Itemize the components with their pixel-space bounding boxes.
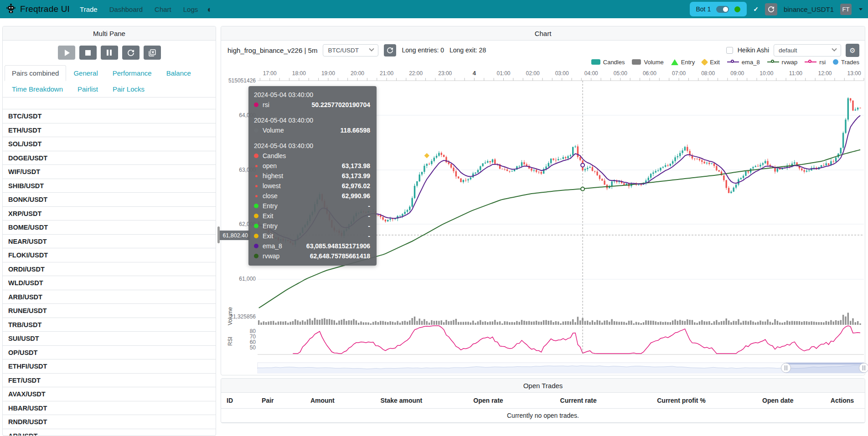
pair-list-item[interactable]: SOL/USDT (3, 137, 216, 151)
stop-button[interactable] (79, 46, 97, 60)
tooltip-series-value: 63,173.98 (342, 161, 370, 171)
pair-list-item[interactable]: FET/USDT (3, 373, 216, 387)
legend-label: Candles (603, 59, 625, 66)
play-button[interactable] (58, 46, 75, 60)
pair-list-item[interactable]: WIF/USDT (3, 164, 216, 179)
pair-list-item[interactable]: NEAR/USDT (3, 234, 216, 248)
tooltip-row: rsi50.22577020190704 (254, 100, 370, 110)
svg-text:50: 50 (250, 344, 256, 351)
reload-button[interactable] (122, 46, 140, 60)
tab-pair-locks[interactable]: Pair Locks (105, 81, 152, 97)
tab-performance[interactable]: Performance (105, 65, 159, 81)
tooltip-series-label: Entry (263, 201, 278, 211)
tooltip-series-label: Exit (263, 211, 273, 221)
svg-text:09:00: 09:00 (730, 70, 744, 77)
pair-list-item[interactable]: FLOKI/USDT (3, 248, 216, 262)
pair-list-item[interactable]: BONK/USDT (3, 192, 216, 206)
caret-down-icon[interactable] (859, 8, 863, 10)
legend-item-candles[interactable]: Candles (591, 59, 625, 66)
user-avatar[interactable]: FT (840, 4, 852, 15)
heikin-ashi-checkbox[interactable] (726, 47, 733, 54)
datazoom-handle[interactable] (781, 363, 791, 373)
pair-list-item[interactable]: RNDR/USDT (3, 415, 216, 429)
column-header-open-date: Open date (736, 397, 820, 404)
nav-link-dashboard[interactable]: Dashboard (109, 5, 143, 13)
nav-link-chart[interactable]: Chart (155, 5, 171, 13)
tooltip-row: Entry- (254, 221, 370, 231)
pause-icon (107, 50, 112, 56)
bot-name: binance_USDT1 (784, 5, 834, 13)
pair-list-item[interactable]: HBAR/USDT (3, 401, 216, 415)
bot-selector[interactable]: Bot 1 (690, 2, 747, 16)
pair-list-item[interactable]: DOGE/USDT (3, 151, 216, 165)
pair-list-item[interactable]: ORDI/USDT (3, 262, 216, 276)
chart-panel: Chart high_frog_binance_v226 | 5m BTC/US… (221, 26, 865, 375)
tooltip-series-label: Candles (263, 151, 286, 161)
pair-list-item[interactable]: SHIB/USDT (3, 179, 216, 193)
reload-icon (128, 50, 134, 56)
svg-text:20:00: 20:00 (351, 70, 364, 77)
toolbar-right: Heikin Ashi default ⚙ (726, 44, 859, 57)
legend-item-entry[interactable]: Entry (671, 59, 695, 66)
pair-list-item[interactable]: OP/USDT (3, 345, 216, 359)
nav-link-trade[interactable]: Trade (80, 5, 98, 13)
theme-toggle-icon[interactable]: ◐ (207, 5, 212, 14)
tab-pairlist[interactable]: Pairlist (70, 81, 105, 97)
svg-text:12:00: 12:00 (818, 70, 832, 77)
column-header-current-rate: Current rate (530, 397, 627, 404)
pane-resize-handle[interactable] (217, 226, 220, 243)
pair-list-item[interactable]: ARB/USDT (3, 290, 216, 304)
pair-list-item[interactable]: SUI/USDT (3, 331, 216, 345)
open-trades-title: Open Trades (221, 379, 865, 393)
pair-list-item[interactable]: ETHFI/USDT (3, 359, 216, 373)
pair-list-item[interactable]: WLD/USDT (3, 276, 216, 290)
tooltip-series-value: 118.66598 (341, 125, 370, 135)
pair-list-item[interactable]: RUNE/USDT (3, 303, 216, 318)
refresh-chart-button[interactable] (384, 44, 396, 56)
pair-list-item[interactable]: TRB/USDT (3, 318, 216, 332)
legend-item-trades[interactable]: Trades (833, 59, 859, 66)
column-header-id: ID (221, 397, 247, 404)
candles-swatch-icon (591, 59, 600, 65)
plot-config-select[interactable]: default (774, 44, 841, 56)
pair-select[interactable]: BTC/USDT (323, 44, 378, 56)
brand[interactable]: Freqtrade UI (5, 3, 70, 15)
pair-list-item[interactable]: BTC/USDT (3, 109, 216, 123)
series-dot-icon (254, 234, 258, 238)
pair-list-item[interactable]: ETH/USDT (3, 123, 216, 137)
reload-bot-button[interactable] (765, 3, 777, 15)
svg-text:13:00: 13:00 (847, 70, 861, 77)
pair-list-item[interactable]: AVAX/USDT (3, 387, 216, 401)
tab-time-breakdown[interactable]: Time Breakdown (5, 81, 70, 97)
datazoom-handle[interactable] (859, 363, 868, 373)
series-dot-icon (255, 185, 258, 187)
tab-general[interactable]: General (66, 65, 105, 81)
legend-item-ema_8[interactable]: ema_8 (727, 59, 760, 66)
pause-button[interactable] (101, 46, 118, 60)
tooltip-row: Exit- (254, 231, 370, 241)
tooltip-date: 2024-05-04 03:40:00 (254, 141, 370, 151)
legend-item-rsi[interactable]: rsi (805, 59, 826, 66)
open-trades-panel: Open Trades IDPairAmountStake amountOpen… (221, 378, 865, 423)
plot-settings-button[interactable]: ⚙ (846, 44, 859, 57)
tooltip-series-value: 62,648.75785661418 (310, 251, 370, 261)
nav-links: TradeDashboardChartLogs (80, 5, 198, 13)
pair-list-item[interactable]: BOME/USDT (3, 220, 216, 234)
pair-list-item[interactable]: XRP/USDT (3, 206, 216, 221)
bot-online-dot (734, 6, 740, 12)
legend-item-exit[interactable]: Exit (702, 59, 720, 66)
nav-link-logs[interactable]: Logs (183, 5, 198, 13)
pair-list-item[interactable]: AR/USDT (3, 429, 216, 436)
legend-item-volume[interactable]: Volume (632, 59, 663, 66)
clear-chart-button[interactable] (144, 46, 161, 60)
tooltip-series-value: 50.22577020190704 (312, 100, 370, 110)
svg-text:08:00: 08:00 (701, 70, 715, 77)
legend-label: Volume (644, 59, 663, 66)
tab-balance[interactable]: Balance (159, 65, 198, 81)
navbar-right: Bot 1 ✓ binance_USDT1 FT (690, 2, 863, 16)
column-header-amount: Amount (289, 397, 356, 404)
bot-toggle[interactable] (716, 6, 729, 13)
tab-pairs-combined[interactable]: Pairs combined (5, 65, 66, 81)
legend-label: rvwap (782, 59, 798, 66)
legend-item-rvwap[interactable]: rvwap (767, 59, 798, 66)
